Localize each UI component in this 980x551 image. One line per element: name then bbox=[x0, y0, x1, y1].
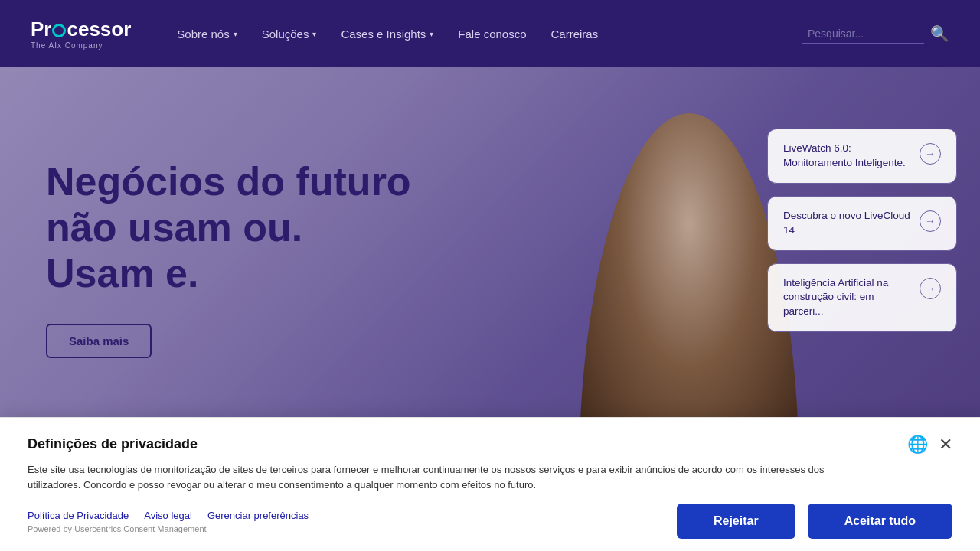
nav-label-cases: Cases e Insights bbox=[341, 28, 426, 41]
hero-card-text-2: Inteligência Artificial na construção ci… bbox=[783, 276, 912, 320]
nav-item-cases[interactable]: Cases e Insights ▾ bbox=[341, 28, 433, 41]
close-icon-button[interactable]: ✕ bbox=[939, 436, 952, 453]
chevron-down-icon-solucoes: ▾ bbox=[312, 30, 316, 38]
cookie-links-row: Política de Privacidade Aviso legal Gere… bbox=[28, 510, 309, 521]
reject-button[interactable]: Rejeitar bbox=[677, 504, 795, 539]
chevron-down-icon-sobre: ▾ bbox=[234, 30, 237, 38]
hero-card-text-1: Descubra o novo LiveCloud 14 bbox=[783, 209, 912, 238]
cookie-buttons: Rejeitar Aceitar tudo bbox=[677, 504, 952, 539]
globe-icon-button[interactable]: 🌐 bbox=[907, 436, 928, 453]
hero-heading-line2: não usam ou. bbox=[46, 205, 302, 249]
logo-text-proc: Pr bbox=[31, 18, 51, 41]
hero-heading-line3: Usam e. bbox=[46, 251, 198, 295]
hero-card-0[interactable]: LiveWatch 6.0: Monitoramento Inteligente… bbox=[767, 129, 957, 184]
navbar: Pr cessor The AIx Company Sobre nós ▾ So… bbox=[0, 0, 980, 67]
nav-label-fale: Fale conosco bbox=[458, 28, 526, 41]
hero-cards: LiveWatch 6.0: Monitoramento Inteligente… bbox=[767, 129, 957, 332]
cookie-header: Definições de privacidade 🌐 ✕ bbox=[28, 436, 952, 453]
cookie-title: Definições de privacidade bbox=[28, 436, 198, 452]
arrow-icon-2: → bbox=[920, 278, 941, 299]
hero-card-text-0: LiveWatch 6.0: Monitoramento Inteligente… bbox=[783, 142, 912, 171]
manage-preferences-link[interactable]: Gerenciar preferências bbox=[207, 510, 309, 521]
search-input[interactable] bbox=[802, 24, 924, 44]
nav-item-sobre[interactable]: Sobre nós ▾ bbox=[177, 28, 237, 41]
accept-all-button[interactable]: Aceitar tudo bbox=[808, 504, 952, 539]
chevron-down-icon-cases: ▾ bbox=[430, 30, 433, 38]
aviso-legal-link[interactable]: Aviso legal bbox=[144, 510, 192, 521]
nav-label-sobre: Sobre nós bbox=[177, 28, 229, 41]
hero-content: Negócios do futuro não usam ou. Usam e. … bbox=[46, 159, 411, 358]
privacy-policy-link[interactable]: Política de Privacidade bbox=[28, 510, 129, 521]
logo[interactable]: Pr cessor The AIx Company bbox=[31, 18, 131, 50]
logo-circle-icon bbox=[52, 24, 66, 37]
arrow-icon-0: → bbox=[920, 143, 941, 165]
arrow-icon-1: → bbox=[920, 210, 941, 232]
nav-item-carreiras[interactable]: Carreiras bbox=[551, 28, 599, 41]
cookie-links: Política de Privacidade Aviso legal Gere… bbox=[28, 510, 309, 533]
nav-label-solucoes: Soluções bbox=[262, 28, 309, 41]
nav-links: Sobre nós ▾ Soluções ▾ Cases e Insights … bbox=[177, 28, 802, 41]
nav-item-solucoes[interactable]: Soluções ▾ bbox=[262, 28, 317, 41]
nav-item-fale[interactable]: Fale conosco bbox=[458, 28, 526, 41]
nav-label-carreiras: Carreiras bbox=[551, 28, 599, 41]
logo-text-essor: cessor bbox=[67, 18, 131, 41]
cookie-icons: 🌐 ✕ bbox=[907, 436, 952, 453]
search-area: 🔍 bbox=[802, 24, 949, 44]
hero-card-1[interactable]: Descubra o novo LiveCloud 14 → bbox=[767, 196, 957, 251]
cookie-body-text: Este site usa tecnologias de monitorizaç… bbox=[28, 462, 870, 493]
hero-card-2[interactable]: Inteligência Artificial na construção ci… bbox=[767, 263, 957, 333]
search-button[interactable]: 🔍 bbox=[930, 24, 949, 43]
hero-heading: Negócios do futuro não usam ou. Usam e. bbox=[46, 159, 411, 296]
hero-cta-button[interactable]: Saiba mais bbox=[46, 324, 152, 358]
cookie-banner: Definições de privacidade 🌐 ✕ Este site … bbox=[0, 417, 980, 551]
hero-heading-line1: Negócios do futuro bbox=[46, 159, 411, 204]
logo-subtitle: The AIx Company bbox=[31, 41, 131, 50]
powered-by-text: Powered by Usercentrics Consent Manageme… bbox=[28, 524, 207, 533]
cookie-footer: Política de Privacidade Aviso legal Gere… bbox=[28, 504, 952, 539]
